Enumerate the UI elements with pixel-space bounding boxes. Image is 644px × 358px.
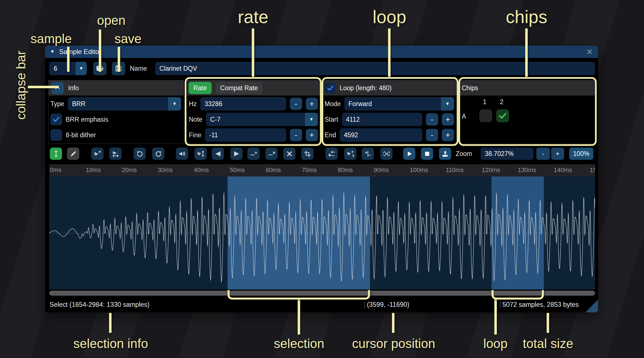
fade-in-icon [214,150,222,158]
ruler-tick: 140ms [554,166,572,174]
annotation-sample: sample [31,31,72,46]
waveform-view[interactable] [49,176,595,290]
dither-checkbox[interactable] [50,129,62,141]
annotation-box-chips [458,77,597,146]
ruler-tick: 60ms [266,166,281,174]
filter-button[interactable] [380,148,393,160]
ruler-tick: 90ms [374,166,389,174]
undo-button[interactable] [134,148,146,160]
info-panel-title: Info [68,84,79,92]
ruler-tick: 110ms [446,166,463,174]
zoom-label: Zoom [456,148,472,160]
annotation-line-open [99,30,101,72]
type-select[interactable]: BRR ▼ [68,97,181,111]
name-label: Name [130,62,147,75]
silence-plus-icon [250,150,257,158]
filter-waves-icon [383,150,390,158]
window-resize-grip[interactable] [585,300,598,312]
resize-button[interactable] [91,148,103,160]
brr-emphasis-checkbox[interactable] [50,114,62,125]
annotation-bracket-loop [492,290,544,300]
undo-icon [136,150,144,158]
zoom-out-button[interactable]: - [536,148,550,160]
zoom-input[interactable]: 38.7027% [481,148,534,160]
chevron-down-icon: ▼ [168,97,181,111]
annotation-open: open [97,13,125,28]
selection-info-status: Select (1654-2984: 1330 samples) [50,300,149,309]
invert-button[interactable] [344,148,356,160]
resample-button[interactable] [109,148,122,160]
wave-stretch-icon [112,150,119,158]
crop-icon [304,150,311,158]
close-icon [586,48,593,55]
close-button[interactable] [586,48,593,55]
annotation-line-total-size [547,313,549,333]
annotation-line-cursor-position [392,313,394,333]
play-button[interactable] [403,148,415,160]
redo-button[interactable] [152,148,164,160]
pencil-icon [70,150,77,158]
zoom-reset-button[interactable]: 100% [569,148,593,160]
reverse-button[interactable] [325,148,338,160]
waveform-canvas[interactable] [49,176,595,290]
brr-emphasis-row: BRR emphasis [49,113,184,126]
ruler-tick: 100ms [410,166,428,174]
name-input[interactable]: Clarinet DQV [155,62,595,75]
annotation-cursor-position: cursor position [352,336,435,351]
window-collapse-icon[interactable]: ▼ [50,49,55,55]
ruler-tick: 0ms [50,166,61,174]
sample-select-value: 6 [49,65,76,72]
signed-unsigned-button[interactable] [362,148,374,160]
plus-minus-sign-icon [364,150,372,158]
window-titlebar[interactable]: ▼ Sample Editor [45,46,598,58]
type-label: Type [50,100,64,108]
draw-tool-button[interactable] [67,148,79,160]
ruler-tick: 20ms [122,166,137,174]
annotation-save: save [114,31,141,46]
ruler-tick: 70ms [302,166,317,174]
annotation-selection: selection [274,336,324,351]
chevron-down-icon[interactable]: ▼ [76,62,87,75]
annotation-loop: loop [373,7,406,27]
delete-button[interactable] [283,148,295,160]
annotation-total-size: total size [523,336,573,351]
fade-out-button[interactable] [230,148,243,160]
trim-button[interactable] [301,148,314,160]
annotation-line-loop [388,28,391,77]
annotation-box-rate [185,77,322,146]
status-divider [364,301,365,308]
ruler-tick: 40ms [194,166,209,174]
info-panel-header: Info [49,80,184,95]
status-divider [500,301,500,308]
apply-silence-button[interactable] [265,148,278,160]
annotation-chips: chips [506,7,547,27]
ruler-tick: 80ms [338,166,353,174]
annotated-screenshot: ▼ Sample Editor 6 ▼ [0,0,644,358]
wave-vertical-arrows-icon [197,150,204,158]
wave-invert-icon [347,150,354,158]
annotation-loop-region: loop [483,336,508,351]
amplify-button[interactable] [176,148,188,160]
export-button[interactable] [439,148,451,160]
annotation-line-save [118,47,120,72]
cursor-position-status: (3599, -11690) [367,300,409,309]
ruler-tick: 130ms [518,166,536,174]
normalize-button[interactable] [194,148,207,160]
info-panel: Info Type BRR ▼ BRR emphasis 8-bit dithe… [48,80,184,144]
dither-row: 8-bit dither [49,128,184,142]
type-row: Type BRR ▼ [49,97,184,111]
annotation-line-rate [252,28,254,77]
annotation-line-collapse-bar [28,86,59,88]
zoom-value: 38.7027% [485,150,514,158]
insert-silence-button[interactable] [247,148,260,160]
fade-in-button[interactable] [212,148,224,160]
ruler-tick: 10ms [86,166,101,174]
wave-reverse-icon [328,150,335,158]
ruler-tick: 30ms [158,166,173,174]
select-tool-button[interactable] [50,148,62,160]
timeline-ruler[interactable]: 0ms10ms20ms30ms40ms50ms60ms70ms80ms90ms1… [49,164,595,176]
play-icon [406,150,413,158]
zoom-in-button[interactable]: + [551,148,564,160]
stop-button[interactable] [421,148,433,160]
name-input-value: Clarinet DQV [159,65,197,72]
